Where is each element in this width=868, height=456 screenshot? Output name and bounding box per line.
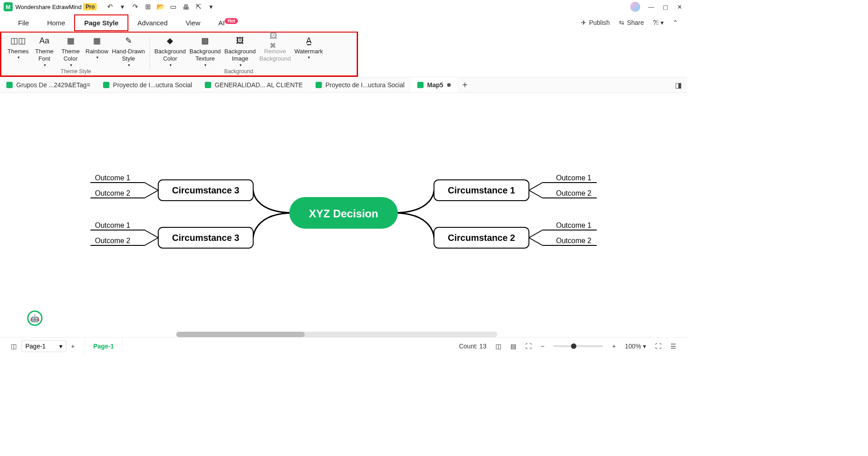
avatar[interactable] (630, 2, 640, 12)
status-bar: ◫ Page-1 ▾ + Page-1 Count: 13 ◫ ▤ ⛶ − + … (0, 337, 687, 354)
outcome-label[interactable]: Outcome 2 (556, 237, 591, 244)
collapse-ribbon-icon[interactable]: ⌃ (673, 19, 678, 26)
open-icon[interactable]: 📂 (156, 3, 165, 11)
menu-ai-label: AI (218, 19, 225, 27)
redo-icon[interactable]: ↷ (131, 3, 139, 11)
qat-more-icon[interactable]: ▾ (207, 3, 215, 11)
zoom-value[interactable]: 100% ▾ (620, 343, 651, 350)
maximize-button[interactable]: ▢ (663, 4, 669, 10)
publish-label: Publish (589, 19, 610, 26)
doc-tab-label: GENERALIDAD... AL CLIENTE (215, 81, 303, 89)
view-mode-2-icon[interactable]: ▤ (506, 343, 521, 350)
hand-drawn-button[interactable]: ✎ Hand-Drawn Style ▾ (110, 35, 147, 67)
themes-button[interactable]: ◫◫ Themes ▾ (5, 35, 31, 67)
hand-drawn-icon: ✎ (123, 35, 134, 46)
mindmap[interactable]: Outcome 1 Outcome 2 Outcome 1 Outcome 2 … (0, 93, 687, 337)
theme-color-icon: ▦ (65, 35, 76, 46)
help-icon[interactable]: ?⃝ ▾ (653, 19, 664, 26)
minimize-button[interactable]: — (648, 4, 655, 10)
panel-toggle-icon[interactable]: ◨ (670, 81, 687, 89)
texture-icon: ▩ (200, 35, 211, 46)
rainbow-icon: ▦ (91, 35, 102, 46)
page-select-label: Page-1 (25, 343, 46, 350)
doc-tab-label: Map5 (427, 81, 443, 89)
background-color-button[interactable]: ◆ Background Color ▾ (153, 35, 188, 67)
collapse-panel-icon[interactable]: ☰ (666, 343, 681, 350)
window-controls: — ▢ ✕ (630, 2, 684, 12)
ribbon-group-theme-style: ◫◫ Themes ▾ Aa Theme Font ▾ ▦ Theme Colo… (5, 35, 147, 75)
share-button[interactable]: ⇆ Share (619, 19, 644, 26)
add-page-button[interactable]: + (66, 343, 79, 350)
outcome-label[interactable]: Outcome 2 (95, 237, 130, 244)
branch-label: Circumstance 1 (448, 185, 515, 195)
print-icon[interactable]: 🖶 (182, 3, 190, 11)
count-label: Count: 13 (454, 343, 491, 350)
undo-more-icon[interactable]: ▾ (118, 3, 127, 11)
undo-icon[interactable]: ↶ (106, 3, 114, 11)
publish-button[interactable]: ✈ Publish (581, 19, 610, 26)
add-tab-button[interactable]: + (457, 80, 473, 90)
chevron-down-icon: ▾ (240, 63, 242, 67)
background-image-button[interactable]: 🖼 Background Image ▾ (222, 35, 257, 67)
zoom-slider[interactable] (553, 345, 603, 347)
outcome-label[interactable]: Outcome 1 (95, 221, 130, 229)
title-bar: M Wondershare EdrawMind Pro ↶ ▾ ↷ ⊞ 📂 ▭ … (0, 0, 687, 14)
canvas[interactable]: Outcome 1 Outcome 2 Outcome 1 Outcome 2 … (0, 93, 687, 337)
outcome-label[interactable]: Outcome 1 (556, 174, 591, 182)
outcome-label[interactable]: Outcome 2 (95, 189, 130, 197)
outcome-label[interactable]: Outcome 1 (95, 174, 130, 182)
menu-file[interactable]: File (9, 15, 38, 30)
outcome-label[interactable]: Outcome 1 (556, 221, 591, 229)
background-texture-button[interactable]: ▩ Background Texture ▾ (188, 35, 222, 67)
image-icon: 🖼 (235, 35, 245, 46)
document-tab-active[interactable]: Map5 (411, 77, 457, 93)
doc-tab-label: Proyecto de I...uctura Social (326, 81, 405, 89)
page-selector[interactable]: Page-1 ▾ (21, 340, 66, 352)
document-tab[interactable]: Proyecto de I...uctura Social (97, 77, 198, 93)
ai-assistant-button[interactable]: 🤖 (27, 310, 42, 326)
outcome-label[interactable]: Outcome 2 (556, 189, 591, 197)
hot-badge: Hot (225, 18, 238, 24)
chevron-down-icon: ▾ (44, 63, 46, 67)
menu-home[interactable]: Home (38, 15, 74, 30)
remove-image-icon: 🖼✖ (269, 35, 280, 46)
branch-label: Circumstance 3 (172, 185, 240, 195)
ribbon-group-label: Background (224, 68, 253, 75)
menu-view[interactable]: View (177, 15, 209, 30)
chevron-down-icon: ▾ (96, 55, 99, 60)
ribbon-page-style: ◫◫ Themes ▾ Aa Theme Font ▾ ▦ Theme Colo… (0, 32, 358, 77)
document-tab[interactable]: GENERALIDAD... AL CLIENTE (198, 77, 309, 93)
page-tab[interactable]: Page-1 (85, 338, 123, 354)
menu-ai[interactable]: AI Hot (209, 15, 247, 30)
theme-font-button[interactable]: Aa Theme Font ▾ (31, 35, 57, 67)
ribbon-separator (150, 38, 150, 70)
menu-page-style[interactable]: Page Style (74, 14, 128, 31)
fullscreen-icon[interactable]: ⛶ (651, 343, 666, 350)
export-icon[interactable]: ⇱ (194, 3, 203, 11)
menu-advanced[interactable]: Advanced (128, 15, 177, 30)
new-icon[interactable]: ⊞ (144, 3, 152, 11)
theme-color-button[interactable]: ▦ Theme Color ▾ (57, 35, 84, 67)
watermark-button[interactable]: A̲ Watermark ▾ (292, 35, 325, 67)
scrollbar-thumb[interactable] (176, 332, 305, 337)
doc-tab-label: Grupos De ...2429&ETag= (16, 81, 90, 89)
document-tab[interactable]: Grupos De ...2429&ETag= (0, 77, 97, 93)
zoom-thumb[interactable] (571, 343, 576, 349)
chevron-down-icon: ▾ (308, 55, 310, 60)
view-mode-1-icon[interactable]: ◫ (491, 343, 506, 350)
horizontal-scrollbar[interactable] (176, 332, 497, 337)
document-tab[interactable]: Proyecto de I...uctura Social (309, 77, 411, 93)
zoom-out-button[interactable]: − (536, 343, 549, 350)
chevron-down-icon: ▾ (128, 63, 130, 67)
app-logo: M (4, 2, 13, 11)
close-button[interactable]: ✕ (677, 4, 684, 10)
save-icon[interactable]: ▭ (169, 3, 177, 11)
outline-toggle-icon[interactable]: ◫ (6, 343, 21, 350)
paint-bucket-icon: ◆ (165, 35, 175, 46)
chevron-down-icon: ▾ (59, 343, 62, 350)
fit-page-icon[interactable]: ⛶ (521, 343, 536, 350)
share-label: Share (627, 19, 644, 26)
rainbow-button[interactable]: ▦ Rainbow ▾ (84, 35, 110, 67)
zoom-in-button[interactable]: + (608, 343, 620, 350)
chevron-down-icon: ▾ (18, 55, 20, 60)
